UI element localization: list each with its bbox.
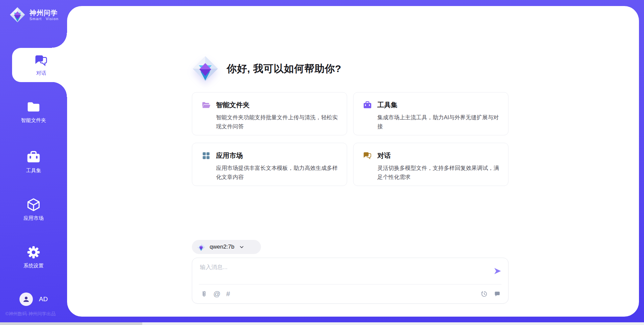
message-input[interactable]: [200, 263, 488, 281]
card-app-market[interactable]: 应用市场 应用市场提供丰富长文本模板，助力高效生成多样化文章内容: [192, 143, 347, 186]
send-button[interactable]: [493, 267, 502, 275]
active-tab-fillet-top: [52, 33, 67, 48]
sidebar-item-label: 智能文件夹: [21, 117, 46, 124]
card-toolset[interactable]: 工具集 集成市场上主流工具，助力AI与外界无缝扩展与对接: [353, 92, 508, 135]
at-icon[interactable]: @: [213, 290, 220, 298]
composer-divider: [199, 284, 501, 284]
card-description: 智能文件夹功能支持批量文件上传与清洗，轻松实现文件问答: [216, 113, 338, 131]
user-name: AD: [39, 296, 48, 303]
gem-diamond-icon: [9, 7, 25, 23]
message-composer: @ #: [192, 258, 508, 304]
card-header: 应用市场: [202, 151, 338, 160]
hash-icon[interactable]: #: [226, 290, 230, 298]
app-window: 你好, 我可以如何帮助你? 智能文件夹 智能文件夹功能支持批量文件上传与清洗，轻…: [0, 0, 644, 325]
welcome-hero: 你好, 我可以如何帮助你?: [192, 55, 341, 82]
greeting-title: 你好, 我可以如何帮助你?: [227, 62, 341, 76]
card-title: 对话: [377, 151, 391, 160]
sidebar-item-label: 对话: [36, 70, 46, 76]
avatar: [19, 292, 33, 306]
brand-text: 神州问学 Smart Vision: [30, 9, 59, 21]
sidebar-item-label: 应用市场: [23, 215, 44, 221]
toolbox-icon: [26, 150, 41, 165]
card-description: 应用市场提供丰富长文本模板，助力高效生成多样化文章内容: [216, 164, 338, 182]
brand-name: 神州问学: [30, 9, 59, 17]
card-title: 工具集: [377, 101, 397, 110]
paperclip-icon[interactable]: [200, 290, 208, 298]
model-selector[interactable]: qwen2:7b: [192, 240, 261, 254]
chevron-down-icon: [239, 244, 245, 250]
send-arrow-icon: [493, 267, 502, 275]
card-header: 对话: [363, 151, 499, 160]
folder-icon: [26, 100, 41, 114]
card-description: 灵活切换多模型文件，支持多样回复效果调试，满足个性化需求: [377, 164, 499, 182]
sidebar-item-label: 工具集: [26, 168, 41, 174]
copyright-footer: ©神州数码·神州问学出品: [5, 311, 55, 317]
sidebar-item-toolset[interactable]: 工具集: [0, 150, 67, 174]
sidebar-item-smart-folder[interactable]: 智能文件夹: [0, 100, 67, 124]
sidebar-item-label: 系统设置: [23, 263, 44, 269]
cube-icon: [26, 197, 41, 212]
active-tab-fillet-bottom: [52, 82, 67, 97]
card-header: 工具集: [363, 101, 499, 110]
brand-subtitle: Smart Vision: [30, 17, 59, 21]
sidebar-item-system-settings[interactable]: 系统设置: [0, 245, 67, 269]
chat-icon: [34, 54, 48, 68]
grid-icon: [202, 151, 211, 160]
person-icon: [22, 295, 30, 303]
gear-icon: [26, 245, 41, 260]
card-smart-folder[interactable]: 智能文件夹 智能文件夹功能支持批量文件上传与清洗，轻松实现文件问答: [192, 92, 347, 135]
gem-diamond-icon: [197, 243, 205, 251]
chat-bubble-icon[interactable]: [493, 290, 501, 298]
card-header: 智能文件夹: [202, 101, 338, 110]
horizontal-scrollbar[interactable]: [0, 322, 644, 325]
sidebar-item-app-market[interactable]: 应用市场: [0, 197, 67, 221]
model-name: qwen2:7b: [210, 244, 234, 250]
scrollbar-thumb[interactable]: [0, 322, 142, 325]
gem-diamond-icon: [192, 55, 219, 82]
card-chat[interactable]: 对话 灵活切换多模型文件，支持多样回复效果调试，满足个性化需求: [353, 143, 508, 186]
card-title: 应用市场: [216, 151, 243, 160]
user-account[interactable]: AD: [19, 292, 48, 306]
brand-logo: 神州问学 Smart Vision: [9, 7, 59, 23]
sidebar-item-chat[interactable]: 对话: [12, 48, 70, 82]
toolbox-icon: [363, 101, 372, 110]
feature-cards: 智能文件夹 智能文件夹功能支持批量文件上传与清洗，轻松实现文件问答 工具集 集成…: [192, 92, 508, 186]
folder-open-icon: [202, 101, 211, 110]
main-panel: 你好, 我可以如何帮助你? 智能文件夹 智能文件夹功能支持批量文件上传与清洗，轻…: [67, 6, 639, 317]
main-content: 你好, 我可以如何帮助你? 智能文件夹 智能文件夹功能支持批量文件上传与清洗，轻…: [192, 6, 508, 317]
history-icon[interactable]: [480, 290, 488, 298]
composer-toolbar: @ #: [200, 289, 501, 299]
card-description: 集成市场上主流工具，助力AI与外界无缝扩展与对接: [377, 113, 499, 131]
chat-icon: [363, 151, 372, 160]
card-title: 智能文件夹: [216, 101, 250, 110]
